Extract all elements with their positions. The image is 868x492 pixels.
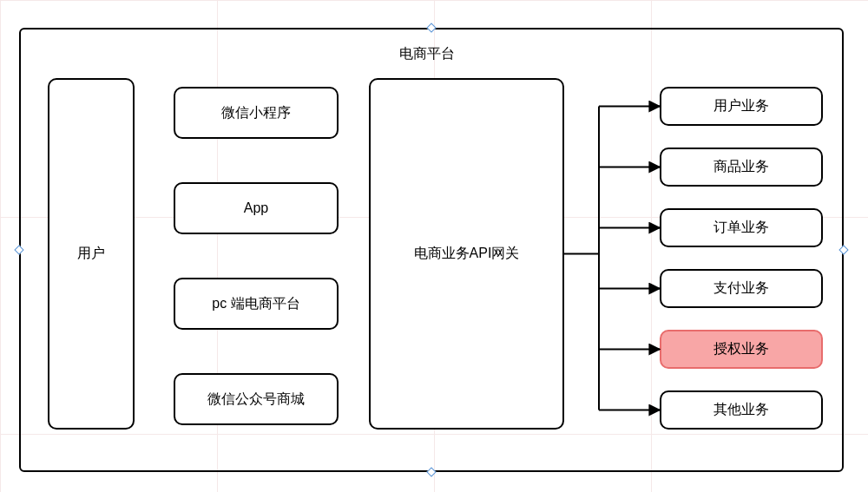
client-box: pc 端电商平台 — [174, 278, 339, 330]
service-box: 商品业务 — [660, 148, 823, 187]
service-box: 其他业务 — [660, 390, 823, 430]
diagram-stage: 电商平台 用户 微信小程序Apppc 端电商平台微信公众号商城 电商业务API网… — [0, 0, 868, 492]
diagram-title: 电商平台 — [399, 45, 455, 63]
user-label: 用户 — [77, 245, 105, 263]
service-label: 其他业务 — [713, 401, 769, 419]
client-label: 微信公众号商城 — [207, 390, 305, 409]
user-box: 用户 — [48, 78, 135, 430]
gateway-label: 电商业务API网关 — [414, 245, 520, 263]
service-label: 用户业务 — [713, 97, 769, 115]
service-box: 订单业务 — [660, 208, 823, 247]
client-label: App — [244, 200, 268, 216]
service-box: 授权业务 — [660, 330, 823, 369]
client-label: 微信小程序 — [221, 104, 291, 122]
service-box: 支付业务 — [660, 269, 823, 308]
client-box: 微信小程序 — [174, 87, 339, 139]
service-label: 支付业务 — [713, 279, 769, 298]
client-box: App — [174, 182, 339, 234]
client-box: 微信公众号商城 — [174, 373, 339, 425]
service-label: 授权业务 — [713, 340, 769, 358]
service-label: 商品业务 — [713, 158, 769, 176]
gateway-box: 电商业务API网关 — [369, 78, 564, 430]
service-label: 订单业务 — [713, 219, 769, 237]
service-box: 用户业务 — [660, 87, 823, 126]
client-label: pc 端电商平台 — [212, 295, 299, 313]
